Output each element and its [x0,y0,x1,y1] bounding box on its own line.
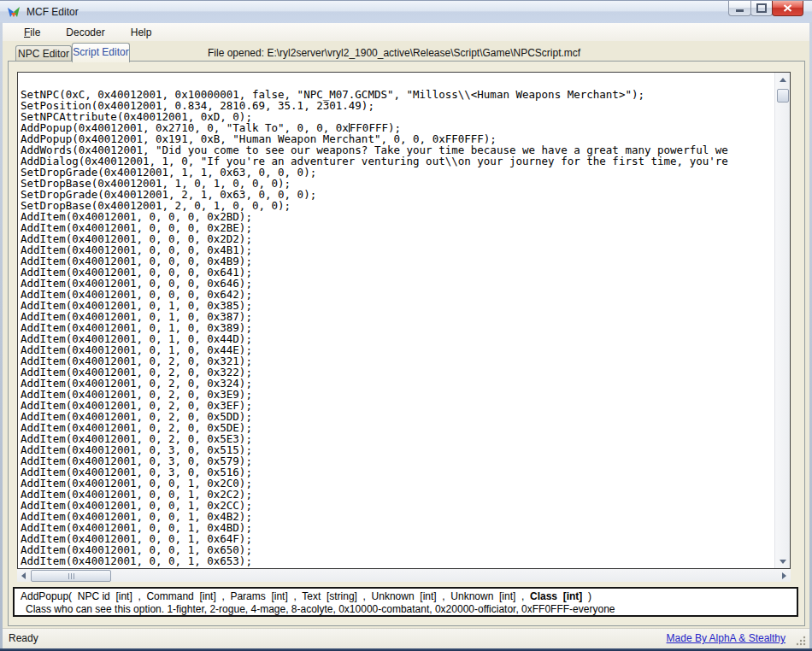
close-icon [783,4,792,12]
scroll-right-button[interactable] [778,569,791,582]
maximize-icon [756,3,767,13]
command-signature: AddPopup( NPC id [int] , Command [int] ,… [21,590,591,602]
arrow-left-icon [21,572,26,579]
horizontal-scrollbar[interactable] [17,569,791,582]
credits-link[interactable]: Made By AlphA & Stealthy [667,632,786,644]
resize-grip[interactable] [795,635,807,647]
file-opened-label: File opened: E:\ryl2server\vryl2_1900_ac… [208,47,580,59]
menu-item-help[interactable]: Help [122,25,161,40]
menu-item-file[interactable]: File [15,25,49,40]
maximize-button[interactable] [750,1,773,16]
tab-strip: File opened: E:\ryl2server\vryl2_1900_ac… [3,41,809,62]
minimize-icon [736,9,744,12]
title-bar[interactable]: MCF Editor [0,0,812,24]
scroll-left-button[interactable] [17,569,30,582]
status-text: Ready [9,632,38,644]
mcf-editor-window: MCF Editor FileDecoderHelp File opened: … [0,0,812,651]
tab-npc-editor[interactable]: NPC Editor [15,45,72,62]
horizontal-scroll-thumb[interactable] [31,570,111,582]
arrow-up-icon [780,78,786,82]
command-help-panel: AddPopup( NPC id [int] , Command [int] ,… [13,587,798,617]
vertical-scrollbar[interactable] [774,73,790,568]
script-editor-tab-page: SetNPC(0xC, 0x40012001, 0x10000001, fals… [8,61,805,626]
status-bar: Ready Made By AlphA & Stealthy [3,628,809,649]
app-icon [7,5,21,19]
command-description: Class who can see this option. 1-fighter… [26,603,615,615]
tab-script-editor[interactable]: Script Editor [72,43,130,62]
script-text-area[interactable]: SetNPC(0xC, 0x40012001, 0x10000001, fals… [17,72,791,569]
vertical-scroll-thumb[interactable] [777,89,789,103]
arrow-down-icon [780,560,786,564]
minimize-button[interactable] [728,1,751,16]
menu-bar: FileDecoderHelp [3,23,809,41]
close-button[interactable] [772,1,803,16]
text-caret [349,123,350,132]
window-title: MCF Editor [26,1,79,23]
arrow-right-icon [782,572,786,579]
menu-item-decoder[interactable]: Decoder [57,25,113,40]
script-code: SetNPC(0xC, 0x40012001, 0x10000001, fals… [18,73,775,568]
scroll-up-button[interactable] [775,73,790,86]
window-border-left [0,22,3,651]
scroll-down-button[interactable] [775,554,790,568]
code-line: AddItem(0x40012001, 0, 0, 1, 0x653); [21,555,775,566]
